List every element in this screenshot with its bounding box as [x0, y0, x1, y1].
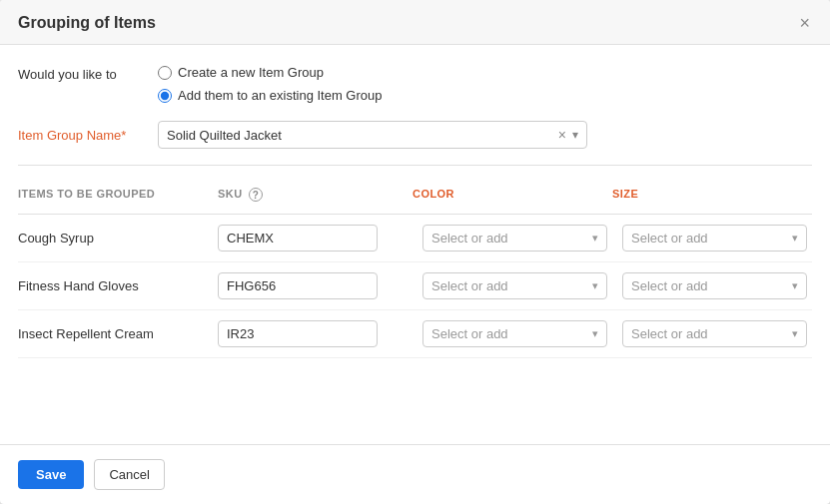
items-table: ITEMS TO BE GROUPED SKU ? COLOR SIZE Cou… [18, 184, 812, 358]
col-items-header: ITEMS TO BE GROUPED [18, 184, 218, 206]
sku-input-1[interactable] [218, 272, 378, 299]
color-select-0[interactable]: Select or add ▾ [422, 225, 607, 252]
sku-cell-1 [218, 272, 413, 299]
would-you-like-label: Would you like to [18, 65, 158, 82]
radio-add-existing-input[interactable] [158, 89, 172, 103]
would-you-like-row: Would you like to Create a new Item Grou… [18, 65, 812, 103]
size-select-0[interactable]: Select or add ▾ [622, 225, 807, 252]
modal-header: Grouping of Items × [0, 0, 830, 45]
save-button[interactable]: Save [18, 460, 84, 489]
item-group-name-row: Item Group Name* Solid Quilted Jacket × … [18, 121, 812, 166]
radio-add-existing-label: Add them to an existing Item Group [178, 88, 383, 103]
color-cell-1: Select or add ▾ [413, 272, 612, 299]
radio-add-existing[interactable]: Add them to an existing Item Group [158, 88, 383, 103]
color-cell-0: Select or add ▾ [413, 225, 612, 252]
color-chevron-0: ▾ [592, 232, 598, 245]
radio-create-new[interactable]: Create a new Item Group [158, 65, 383, 80]
item-group-name-label: Item Group Name* [18, 128, 158, 143]
sku-help-icon[interactable]: ? [249, 188, 263, 202]
table-row: Insect Repellent Cream Select or add ▾ S… [18, 310, 812, 358]
sku-cell-0 [218, 225, 413, 252]
cancel-button[interactable]: Cancel [94, 459, 164, 490]
table-header: ITEMS TO BE GROUPED SKU ? COLOR SIZE [18, 184, 812, 215]
color-select-1[interactable]: Select or add ▾ [422, 272, 607, 299]
item-group-name-value: Solid Quilted Jacket [167, 128, 558, 143]
radio-create-new-label: Create a new Item Group [178, 65, 324, 80]
table-row: Cough Syrup Select or add ▾ Select or ad… [18, 215, 812, 262]
item-name-1: Fitness Hand Gloves [18, 278, 218, 293]
size-cell-2: Select or add ▾ [612, 320, 812, 347]
color-placeholder-2: Select or add [431, 326, 508, 341]
sku-input-2[interactable] [218, 320, 378, 347]
sku-input-0[interactable] [218, 225, 378, 252]
col-color-header: COLOR [413, 184, 612, 206]
item-name-0: Cough Syrup [18, 231, 218, 246]
col-sku-header: SKU ? [218, 184, 413, 206]
size-placeholder-1: Select or add [631, 278, 708, 293]
chevron-down-icon: ▾ [572, 128, 578, 142]
col-size-header: SIZE [612, 184, 812, 206]
close-button[interactable]: × [797, 14, 812, 32]
size-chevron-2: ▾ [792, 327, 798, 340]
modal-title: Grouping of Items [18, 14, 156, 32]
size-select-2[interactable]: Select or add ▾ [622, 320, 807, 347]
color-chevron-2: ▾ [592, 327, 598, 340]
color-placeholder-1: Select or add [431, 278, 508, 293]
size-cell-0: Select or add ▾ [612, 225, 812, 252]
size-cell-1: Select or add ▾ [612, 272, 812, 299]
select-input-icons: × ▾ [558, 127, 578, 143]
size-chevron-0: ▾ [792, 232, 798, 245]
color-chevron-1: ▾ [592, 279, 598, 292]
item-name-2: Insect Repellent Cream [18, 326, 218, 341]
color-select-2[interactable]: Select or add ▾ [422, 320, 607, 347]
clear-icon[interactable]: × [558, 127, 566, 143]
table-row: Fitness Hand Gloves Select or add ▾ Sele… [18, 262, 812, 310]
item-group-name-select[interactable]: Solid Quilted Jacket × ▾ [158, 121, 587, 149]
size-chevron-1: ▾ [792, 279, 798, 292]
color-placeholder-0: Select or add [431, 231, 508, 246]
modal-body: Would you like to Create a new Item Grou… [0, 45, 830, 444]
radio-group: Create a new Item Group Add them to an e… [158, 65, 383, 103]
size-placeholder-2: Select or add [631, 326, 708, 341]
grouping-modal: Grouping of Items × Would you like to Cr… [0, 0, 830, 504]
size-select-1[interactable]: Select or add ▾ [622, 272, 807, 299]
modal-footer: Save Cancel [0, 444, 830, 504]
size-placeholder-0: Select or add [631, 231, 708, 246]
sku-cell-2 [218, 320, 413, 347]
color-cell-2: Select or add ▾ [413, 320, 612, 347]
radio-create-new-input[interactable] [158, 66, 172, 80]
